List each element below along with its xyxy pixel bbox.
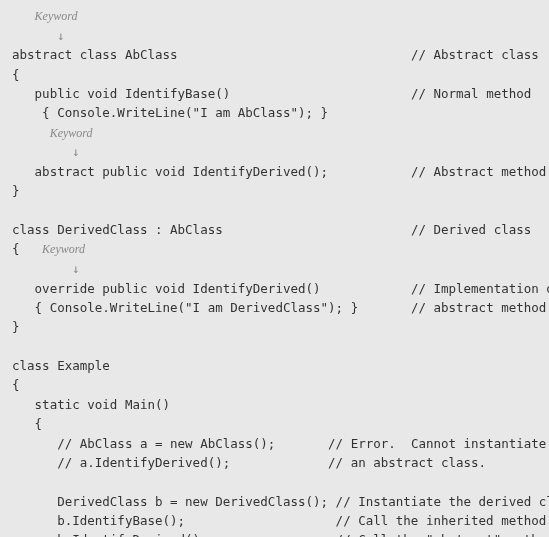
annotation-arrow: ↓ bbox=[12, 26, 537, 46]
code-line: // a.IdentifyDerived(); // an abstract c… bbox=[12, 453, 537, 472]
code-block: Keyword ↓ abstract class AbClass // Abst… bbox=[12, 6, 537, 537]
code-line: } bbox=[12, 181, 537, 200]
code-line: { bbox=[12, 65, 537, 84]
code-line: static void Main() bbox=[12, 395, 537, 414]
annotation-arrow: ↓ bbox=[12, 259, 537, 279]
annotation-keyword: Keyword bbox=[12, 6, 537, 26]
code-line: abstract public void IdentifyDerived(); … bbox=[12, 162, 537, 181]
code-line: class Example bbox=[12, 356, 537, 375]
code-line: DerivedClass b = new DerivedClass(); // … bbox=[12, 492, 537, 511]
code-line: b.IdentifyBase(); // Call the inherited … bbox=[12, 511, 537, 530]
code-line: override public void IdentifyDerived() /… bbox=[12, 279, 537, 298]
blank-line bbox=[12, 201, 537, 220]
blank-line bbox=[12, 472, 537, 491]
code-line: b.IdentifyDerived(); // Call the "abstra… bbox=[12, 530, 537, 537]
code-line: { bbox=[12, 375, 537, 394]
code-line: // AbClass a = new AbClass(); // Error. … bbox=[12, 434, 537, 453]
annotation-arrow: ↓ bbox=[12, 142, 537, 162]
blank-line bbox=[12, 337, 537, 356]
code-line: { Console.WriteLine("I am AbClass"); } bbox=[12, 103, 537, 122]
code-line: public void IdentifyBase() // Normal met… bbox=[12, 84, 537, 103]
code-line: { bbox=[12, 414, 537, 433]
code-line: abstract class AbClass // Abstract class bbox=[12, 45, 537, 64]
code-line: } bbox=[12, 317, 537, 336]
code-line: { Keyword bbox=[12, 239, 537, 259]
annotation-keyword: Keyword bbox=[12, 123, 537, 143]
code-line: class DerivedClass : AbClass // Derived … bbox=[12, 220, 537, 239]
code-line: { Console.WriteLine("I am DerivedClass")… bbox=[12, 298, 537, 317]
